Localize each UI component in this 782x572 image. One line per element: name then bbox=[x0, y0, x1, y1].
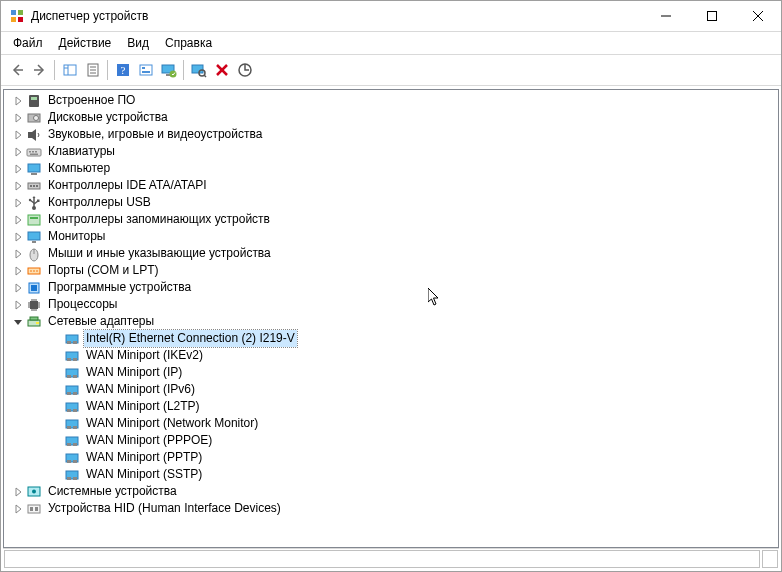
software-icon bbox=[26, 280, 42, 296]
titlebar[interactable]: Диспетчер устройств bbox=[1, 1, 781, 32]
device-label: WAN Miniport (SSTP) bbox=[84, 466, 204, 483]
expander-open-icon[interactable] bbox=[10, 314, 26, 330]
netadapter-icon bbox=[64, 331, 80, 347]
device-row[interactable]: WAN Miniport (SSTP) bbox=[4, 466, 778, 483]
tool-scan-hardware[interactable] bbox=[187, 59, 210, 81]
category-row[interactable]: Мыши и иные указывающие устройства bbox=[4, 245, 778, 262]
netadapter-icon bbox=[64, 467, 80, 483]
svg-rect-51 bbox=[28, 215, 40, 225]
menu-action[interactable]: Действие bbox=[51, 34, 120, 52]
svg-text:?: ? bbox=[120, 64, 125, 76]
tool-action[interactable] bbox=[134, 59, 157, 81]
tool-forward[interactable] bbox=[28, 59, 51, 81]
category-row[interactable]: Дисковые устройства bbox=[4, 109, 778, 126]
svg-point-42 bbox=[30, 185, 32, 187]
svg-point-32 bbox=[34, 115, 39, 120]
expander-closed-icon[interactable] bbox=[10, 501, 26, 517]
keyboard-icon bbox=[26, 144, 42, 160]
menu-file[interactable]: Файл bbox=[5, 34, 51, 52]
netadapter-icon bbox=[64, 399, 80, 415]
svg-point-43 bbox=[33, 185, 35, 187]
expander-closed-icon[interactable] bbox=[10, 144, 26, 160]
toolbar: ? bbox=[1, 55, 781, 86]
menu-help[interactable]: Справка bbox=[157, 34, 220, 52]
content-area: Встроенное ПОДисковые устройстваЗвуковые… bbox=[1, 86, 781, 571]
tool-enable-disable[interactable] bbox=[233, 59, 256, 81]
category-row[interactable]: Мониторы bbox=[4, 228, 778, 245]
category-row[interactable]: Контроллеры USB bbox=[4, 194, 778, 211]
tool-back[interactable] bbox=[5, 59, 28, 81]
category-label: Мыши и иные указывающие устройства bbox=[46, 245, 273, 262]
expander-closed-icon[interactable] bbox=[10, 127, 26, 143]
device-row[interactable]: Intel(R) Ethernet Connection (2) I219-V bbox=[4, 330, 778, 347]
svg-rect-38 bbox=[30, 153, 38, 155]
close-button[interactable] bbox=[735, 1, 781, 31]
menubar: Файл Действие Вид Справка bbox=[1, 32, 781, 55]
category-label: Звуковые, игровые и видеоустройства bbox=[46, 126, 264, 143]
category-label: Дисковые устройства bbox=[46, 109, 170, 126]
category-row[interactable]: Встроенное ПО bbox=[4, 92, 778, 109]
expander-closed-icon[interactable] bbox=[10, 246, 26, 262]
category-row[interactable]: Контроллеры запоминающих устройств bbox=[4, 211, 778, 228]
expander-closed-icon[interactable] bbox=[10, 110, 26, 126]
svg-point-58 bbox=[30, 270, 32, 272]
expander-spacer bbox=[48, 348, 64, 364]
category-row[interactable]: Звуковые, игровые и видеоустройства bbox=[4, 126, 778, 143]
device-row[interactable]: WAN Miniport (IP) bbox=[4, 364, 778, 381]
menu-view[interactable]: Вид bbox=[119, 34, 157, 52]
category-row[interactable]: Устройства HID (Human Interface Devices) bbox=[4, 500, 778, 517]
netadapter-icon bbox=[64, 382, 80, 398]
category-label: Сетевые адаптеры bbox=[46, 313, 156, 330]
tool-monitor-update[interactable] bbox=[157, 59, 180, 81]
device-label: WAN Miniport (IPv6) bbox=[84, 381, 197, 398]
category-row[interactable]: Программные устройства bbox=[4, 279, 778, 296]
category-row[interactable]: Порты (COM и LPT) bbox=[4, 262, 778, 279]
category-row[interactable]: Компьютер bbox=[4, 160, 778, 177]
device-row[interactable]: WAN Miniport (Network Monitor) bbox=[4, 415, 778, 432]
device-label: WAN Miniport (IP) bbox=[84, 364, 184, 381]
svg-rect-98 bbox=[67, 443, 71, 446]
category-row[interactable]: Контроллеры IDE ATA/ATAPI bbox=[4, 177, 778, 194]
device-row[interactable]: WAN Miniport (PPPOE) bbox=[4, 432, 778, 449]
expander-closed-icon[interactable] bbox=[10, 161, 26, 177]
expander-spacer bbox=[48, 467, 64, 483]
expander-closed-icon[interactable] bbox=[10, 178, 26, 194]
svg-rect-36 bbox=[32, 151, 34, 153]
expander-closed-icon[interactable] bbox=[10, 297, 26, 313]
expander-closed-icon[interactable] bbox=[10, 229, 26, 245]
minimize-button[interactable] bbox=[643, 1, 689, 31]
svg-rect-86 bbox=[67, 375, 71, 378]
device-row[interactable]: WAN Miniport (IPv6) bbox=[4, 381, 778, 398]
svg-rect-54 bbox=[32, 241, 36, 243]
svg-line-25 bbox=[204, 75, 206, 77]
svg-rect-3 bbox=[18, 17, 23, 22]
category-row[interactable]: Сетевые адаптеры bbox=[4, 313, 778, 330]
tool-properties[interactable] bbox=[81, 59, 104, 81]
category-row[interactable]: Процессоры bbox=[4, 296, 778, 313]
category-row[interactable]: Системные устройства bbox=[4, 483, 778, 500]
expander-closed-icon[interactable] bbox=[10, 212, 26, 228]
tool-show-hide[interactable] bbox=[58, 59, 81, 81]
expander-closed-icon[interactable] bbox=[10, 195, 26, 211]
expander-closed-icon[interactable] bbox=[10, 263, 26, 279]
tool-uninstall[interactable] bbox=[210, 59, 233, 81]
window-title: Диспетчер устройств bbox=[31, 9, 148, 23]
svg-point-22 bbox=[169, 71, 176, 78]
svg-rect-50 bbox=[37, 199, 40, 202]
ide-icon bbox=[26, 178, 42, 194]
category-row[interactable]: Клавиатуры bbox=[4, 143, 778, 160]
category-label: Устройства HID (Human Interface Devices) bbox=[46, 500, 283, 517]
disk-icon bbox=[26, 110, 42, 126]
svg-rect-80 bbox=[67, 341, 71, 344]
device-row[interactable]: WAN Miniport (PPTP) bbox=[4, 449, 778, 466]
device-tree-container[interactable]: Встроенное ПОДисковые устройстваЗвуковые… bbox=[3, 89, 779, 548]
tool-help[interactable]: ? bbox=[111, 59, 134, 81]
device-row[interactable]: WAN Miniport (IKEv2) bbox=[4, 347, 778, 364]
netadapter-icon bbox=[64, 365, 80, 381]
expander-closed-icon[interactable] bbox=[10, 280, 26, 296]
device-row[interactable]: WAN Miniport (L2TP) bbox=[4, 398, 778, 415]
svg-rect-108 bbox=[28, 505, 40, 513]
expander-closed-icon[interactable] bbox=[10, 484, 26, 500]
expander-closed-icon[interactable] bbox=[10, 93, 26, 109]
maximize-button[interactable] bbox=[689, 1, 735, 31]
